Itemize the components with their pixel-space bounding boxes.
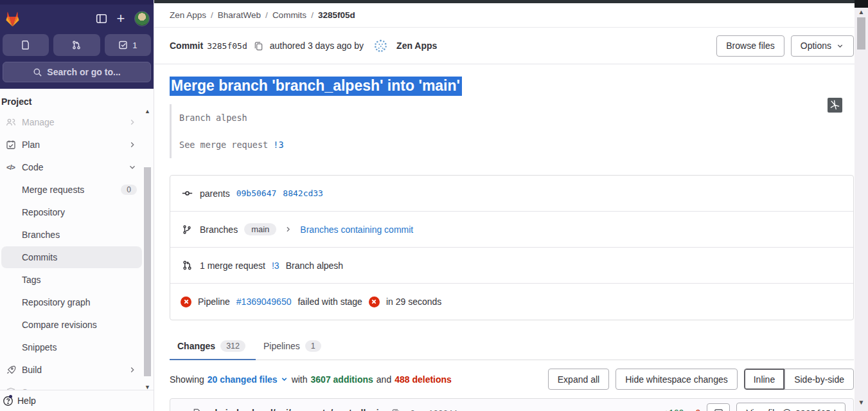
- breadcrumb-current-sha: 3285f05d: [318, 10, 355, 20]
- stage-failed-status-icon[interactable]: [369, 297, 380, 307]
- sidebar-item-build[interactable]: Build: [1, 359, 142, 381]
- commit-message: Branch alpesh See merge request !3: [170, 104, 854, 159]
- sidebar-item-code[interactable]: </> Code: [1, 156, 142, 178]
- sidebar-item-commits[interactable]: Commits: [1, 246, 142, 268]
- scroll-down-arrow-icon[interactable]: ▼: [855, 399, 868, 406]
- sidebar-item-label: Build: [22, 365, 122, 375]
- side-by-side-view-button[interactable]: Side-by-side: [784, 369, 854, 390]
- merge-request-count-text: 1 merge request: [200, 260, 265, 271]
- chevron-down-icon: [836, 42, 844, 50]
- sidebar-item-repository[interactable]: Repository: [1, 201, 142, 223]
- diff-view-toggle: Inline Side-by-side: [744, 369, 854, 390]
- help-label: Help: [17, 396, 36, 406]
- author-name[interactable]: Zen Apps: [396, 41, 437, 51]
- gitlab-commit-page: +: [0, 0, 868, 411]
- parent-sha-link[interactable]: 8842cd33: [283, 188, 323, 198]
- merge-request-row: 1 merge request !3 Branch alpesh: [170, 248, 853, 284]
- tab-changes[interactable]: Changes 312: [170, 334, 256, 360]
- sidebar-item-tags[interactable]: Tags: [1, 269, 142, 291]
- author-avatar[interactable]: [373, 38, 389, 54]
- breadcrumb-separator: /: [265, 10, 268, 20]
- sidebar-item-branches[interactable]: Branches: [1, 224, 142, 246]
- branches-containing-commit-link[interactable]: Branches containing commit: [300, 224, 413, 235]
- showing-label: Showing: [170, 374, 204, 385]
- file-diff-header: admin-backend/api/accounts/controller.js…: [170, 398, 854, 411]
- browse-files-button[interactable]: Browse files: [716, 35, 784, 57]
- comment-button[interactable]: [707, 403, 730, 411]
- sidebar-toggle-icon[interactable]: [92, 9, 111, 28]
- options-label: Options: [801, 41, 831, 51]
- sidebar-item-label: Code: [22, 162, 122, 172]
- collapse-chevron-icon[interactable]: [178, 408, 187, 411]
- sidebar-item-merge-requests[interactable]: Merge requests 0: [1, 179, 142, 201]
- breadcrumb-link-group[interactable]: Zen Apps: [170, 10, 206, 20]
- sidebar-item-snippets[interactable]: Snippets: [1, 336, 142, 358]
- expand-all-button[interactable]: Expand all: [548, 369, 609, 390]
- parent-sha-link[interactable]: 09b50647: [236, 188, 277, 198]
- merge-requests-shortcut-button[interactable]: [53, 34, 100, 56]
- sidebar-scrollbar-thumb[interactable]: [144, 167, 151, 376]
- merge-request-icon: [71, 40, 82, 50]
- sidebar-item-manage[interactable]: Manage: [1, 111, 142, 133]
- pipeline-duration-text: in 29 seconds: [386, 297, 441, 307]
- options-dropdown-button[interactable]: Options: [791, 35, 854, 57]
- pipeline-failed-status-icon[interactable]: [181, 297, 191, 307]
- pipeline-status-text: failed with stage: [297, 297, 362, 307]
- sidebar-item-label: Snippets: [22, 342, 137, 352]
- create-new-icon[interactable]: +: [111, 9, 130, 28]
- chevron-down-icon: [280, 375, 288, 383]
- sidebar-item-label: Repository graph: [22, 297, 137, 307]
- commit-body: Merge branch 'branch_alpesh' into 'main'…: [154, 77, 868, 411]
- rocket-icon: [5, 365, 16, 375]
- todo-check-icon: [118, 40, 128, 50]
- merge-request-title: Branch alpesh: [286, 260, 344, 271]
- changed-files-dropdown[interactable]: 20 changed files: [208, 374, 288, 385]
- file-mode-change: 0 → 100644: [410, 408, 457, 411]
- code-icon: </>: [5, 163, 16, 171]
- sidebar-item-compare-revisions[interactable]: Compare revisions: [1, 314, 142, 336]
- branches-row: Branches main Branches containing commit: [170, 212, 853, 248]
- merge-request-link[interactable]: !3: [273, 140, 283, 150]
- user-avatar[interactable]: [134, 11, 150, 26]
- search-input[interactable]: Search or go to...: [3, 62, 151, 82]
- file-path[interactable]: admin-backend/api/accounts/controller.js: [207, 408, 384, 411]
- issues-shortcut-button[interactable]: [3, 34, 49, 56]
- additions-count: 3607 additions: [311, 374, 373, 385]
- page-scrollbar[interactable]: ▲ ▼: [855, 0, 868, 411]
- help-button[interactable]: Help: [0, 390, 154, 411]
- copy-path-icon[interactable]: [391, 408, 401, 411]
- page-scrollbar-thumb[interactable]: [857, 17, 865, 50]
- sidebar-scrollbar[interactable]: ▲ ▼: [143, 108, 152, 390]
- breadcrumb-link-commits[interactable]: Commits: [272, 10, 306, 20]
- sidebar-header: +: [0, 0, 154, 89]
- help-notification-dot: [9, 395, 12, 398]
- pipeline-id-link[interactable]: #1369049650: [236, 297, 292, 307]
- sidebar-item-label: Manage: [22, 117, 122, 127]
- branch-name-badge[interactable]: main: [244, 223, 276, 235]
- view-file-button[interactable]: View file @ 3285f05d: [736, 403, 846, 411]
- merge-request-id-link[interactable]: !3: [272, 260, 279, 271]
- view-file-sha: 3285f05d: [795, 408, 836, 411]
- sidebar-item-repository-graph[interactable]: Repository graph: [1, 291, 142, 313]
- tab-pipelines[interactable]: Pipelines 1: [256, 334, 332, 360]
- breadcrumb-link-project[interactable]: BharatWeb: [218, 10, 261, 20]
- deletions-count: 488 deletions: [394, 374, 452, 385]
- scroll-up-arrow-icon[interactable]: ▲: [855, 8, 868, 16]
- pipeline-label: Pipeline: [198, 297, 230, 307]
- sidebar-item-secure[interactable]: Secure: [1, 381, 142, 390]
- hide-whitespace-button[interactable]: Hide whitespace changes: [616, 369, 738, 390]
- parents-row: parents 09b50647 8842cd33: [170, 176, 853, 212]
- todos-shortcut-button[interactable]: 1: [105, 34, 151, 56]
- gitlab-logo-icon[interactable]: [4, 10, 21, 28]
- main-content: Zen Apps / BharatWeb / Commits / 3285f05…: [154, 0, 868, 411]
- inline-view-button[interactable]: Inline: [744, 369, 784, 390]
- sidebar-item-plan[interactable]: Plan: [1, 134, 142, 156]
- sidebar-item-label: Repository: [22, 207, 137, 217]
- parents-label: parents: [200, 188, 230, 199]
- search-placeholder: Search or go to...: [47, 67, 120, 77]
- search-icon: [33, 68, 42, 77]
- breadcrumb: Zen Apps / BharatWeb / Commits / 3285f05…: [154, 3, 868, 28]
- scroll-up-arrow-icon[interactable]: ▲: [143, 108, 152, 114]
- commit-sha: 3285f05d: [207, 41, 247, 51]
- copy-sha-icon[interactable]: [254, 41, 263, 51]
